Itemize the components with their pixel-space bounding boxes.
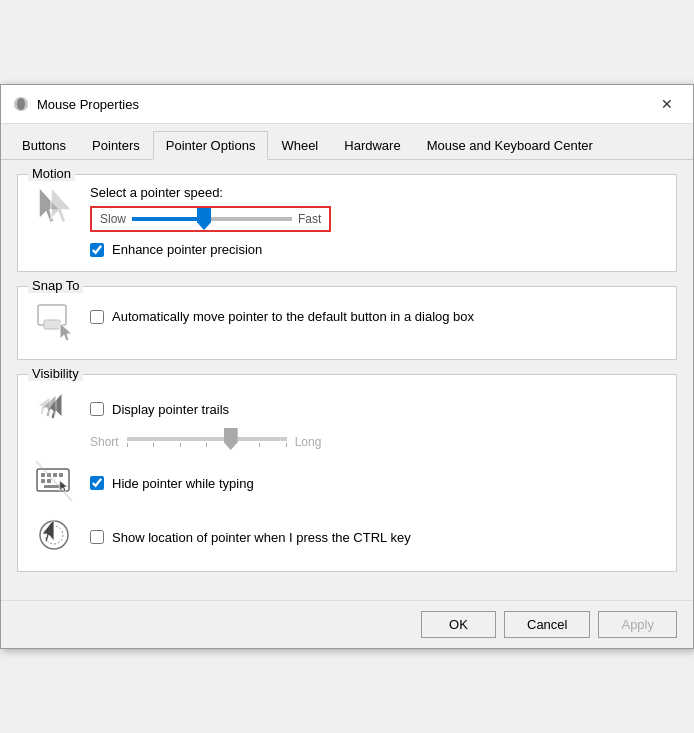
close-button[interactable]: ✕ [653, 93, 681, 115]
tab-hardware[interactable]: Hardware [331, 131, 413, 160]
show-ctrl-icon [32, 513, 76, 557]
motion-section: Motion Select a pointer speed: Slow [17, 174, 677, 272]
enhance-precision-row: Enhance pointer precision [90, 242, 662, 257]
hide-typing-icon [32, 459, 76, 503]
trails-row: Display pointer trails [32, 385, 662, 429]
snap-to-checkbox-label: Automatically move pointer to the defaul… [112, 309, 474, 324]
trails-checkbox[interactable] [90, 402, 104, 416]
trails-icon [32, 385, 76, 429]
tick-2 [153, 443, 154, 447]
apply-button[interactable]: Apply [598, 611, 677, 638]
tab-bar: Buttons Pointers Pointer Options Wheel H… [1, 124, 693, 160]
snap-controls: Automatically move pointer to the defaul… [90, 301, 662, 324]
tick-7 [286, 443, 287, 447]
trail-slider-track[interactable] [127, 437, 287, 441]
snap-inner: Automatically move pointer to the defaul… [32, 297, 662, 345]
snap-to-checkbox[interactable] [90, 310, 104, 324]
speed-slider-track[interactable] [132, 217, 292, 221]
trail-slider-row: Short Long [90, 435, 662, 449]
slow-label: Slow [100, 212, 126, 226]
show-ctrl-row: Show location of pointer when I press th… [32, 513, 662, 557]
hide-typing-control: Hide pointer while typing [90, 476, 254, 491]
speed-slider-row: Slow Fast [90, 206, 662, 232]
svg-rect-15 [41, 479, 45, 483]
ok-button[interactable]: OK [421, 611, 496, 638]
trail-ticks [127, 443, 287, 447]
tab-buttons[interactable]: Buttons [9, 131, 79, 160]
show-ctrl-control: Show location of pointer when I press th… [90, 530, 411, 545]
snap-to-label: Snap To [28, 278, 83, 293]
svg-rect-5 [44, 320, 60, 329]
tick-1 [127, 443, 128, 447]
motion-cursor-icon [32, 185, 76, 229]
svg-marker-6 [60, 323, 72, 341]
trails-control: Display pointer trails [90, 398, 229, 417]
slider-thumb[interactable] [197, 208, 211, 230]
svg-rect-16 [47, 479, 51, 483]
tab-wheel[interactable]: Wheel [268, 131, 331, 160]
select-speed-label: Select a pointer speed: [90, 185, 662, 200]
short-label: Short [90, 435, 119, 449]
tick-4 [206, 443, 207, 447]
trails-label: Display pointer trails [112, 402, 229, 417]
enhance-precision-checkbox[interactable] [90, 243, 104, 257]
motion-label: Motion [28, 166, 75, 181]
show-ctrl-label: Show location of pointer when I press th… [112, 530, 411, 545]
slider-fill [132, 217, 204, 221]
hide-typing-row: Hide pointer while typing [32, 459, 662, 503]
title-bar: Mouse Properties ✕ [1, 85, 693, 124]
visibility-section: Visibility Display pointer trails [17, 374, 677, 572]
svg-rect-13 [53, 473, 57, 477]
svg-point-1 [17, 98, 25, 110]
hide-typing-label: Hide pointer while typing [112, 476, 254, 491]
svg-marker-3 [51, 187, 72, 223]
trails-checkbox-row: Display pointer trails [90, 402, 229, 417]
snap-cursor-icon [32, 301, 76, 345]
hide-typing-checkbox[interactable] [90, 476, 104, 490]
fast-label: Fast [298, 212, 321, 226]
window-title: Mouse Properties [37, 97, 139, 112]
motion-controls: Select a pointer speed: Slow Fast [90, 185, 662, 257]
svg-rect-14 [59, 473, 63, 477]
content-area: Motion Select a pointer speed: Slow [1, 160, 693, 600]
mouse-properties-window: Mouse Properties ✕ Buttons Pointers Poin… [0, 84, 694, 649]
bottom-bar: OK Cancel Apply [1, 600, 693, 648]
tab-pointer-options[interactable]: Pointer Options [153, 131, 269, 160]
title-bar-left: Mouse Properties [13, 96, 139, 112]
tick-6 [259, 443, 260, 447]
snap-checkbox-row: Automatically move pointer to the defaul… [90, 309, 662, 324]
visibility-label: Visibility [28, 366, 83, 381]
svg-rect-11 [41, 473, 45, 477]
window-icon [13, 96, 29, 112]
snap-to-section: Snap To Automatically move pointer to th… [17, 286, 677, 360]
motion-inner: Select a pointer speed: Slow Fast [32, 185, 662, 257]
tab-pointers[interactable]: Pointers [79, 131, 153, 160]
tab-mouse-keyboard-center[interactable]: Mouse and Keyboard Center [414, 131, 606, 160]
speed-slider-box: Slow Fast [90, 206, 331, 232]
tick-3 [180, 443, 181, 447]
enhance-precision-label: Enhance pointer precision [112, 242, 262, 257]
show-ctrl-checkbox[interactable] [90, 530, 104, 544]
svg-marker-18 [60, 481, 68, 492]
cancel-button[interactable]: Cancel [504, 611, 590, 638]
long-label: Long [295, 435, 322, 449]
